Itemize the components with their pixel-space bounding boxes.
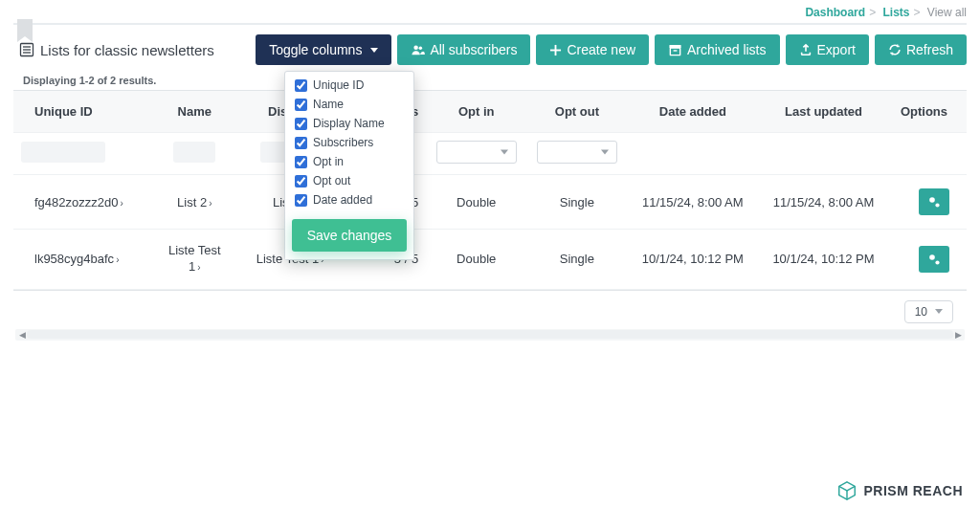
table-row[interactable]: lk958cyg4bafc› Liste Test 1› Liste Test … (13, 230, 967, 290)
svg-point-4 (414, 45, 419, 50)
cell-uid: fg482zozzz2d0› (13, 175, 154, 230)
plus-icon (549, 44, 562, 56)
toolbar: Toggle columns All subscribers Create ne… (256, 34, 967, 65)
save-changes-button[interactable]: Save changes (292, 219, 408, 252)
toggle-col-opt-in[interactable]: Opt in (285, 152, 413, 171)
prism-icon (836, 480, 858, 501)
col-name[interactable]: Name (154, 91, 234, 133)
archive-icon (668, 43, 682, 57)
col-date-added[interactable]: Date added (627, 91, 758, 133)
col-unique-id[interactable]: Unique ID (13, 91, 154, 133)
page-title: Lists for classic newsletters (19, 42, 214, 58)
archived-lists-button[interactable]: Archived lists (655, 34, 779, 65)
create-new-button[interactable]: Create new (536, 34, 649, 65)
toggle-col-date-added[interactable]: Date added (285, 190, 413, 209)
page-size-select[interactable]: 10 (904, 300, 953, 323)
lists-table: Unique ID Name Display pers Opt in Opt o… (13, 90, 967, 291)
table-row[interactable]: fg482zozzz2d0› List 2› List 2› 5 / 5 Dou… (13, 175, 967, 230)
breadcrumb-lists[interactable]: Lists (882, 6, 909, 19)
cell-opt-out: Single (526, 230, 627, 290)
users-icon (411, 43, 425, 57)
svg-point-13 (929, 254, 935, 260)
svg-point-12 (935, 203, 939, 207)
filter-opt-out-select[interactable] (537, 141, 617, 164)
toggle-col-display-name[interactable]: Display Name (285, 114, 413, 133)
list-icon (19, 42, 34, 57)
toggle-col-subscribers[interactable]: Subscribers (285, 133, 413, 152)
cell-date-added: 11/15/24, 8:00 AM (627, 175, 758, 230)
col-opt-in[interactable]: Opt in (426, 91, 526, 133)
refresh-button[interactable]: Refresh (875, 34, 967, 65)
filter-opt-in-select[interactable] (436, 141, 517, 164)
svg-point-5 (419, 46, 423, 50)
cell-uid: lk958cyg4bafc› (13, 230, 154, 290)
col-opt-out[interactable]: Opt out (526, 91, 627, 133)
cell-name: Liste Test 1› (154, 230, 234, 290)
caret-down-icon (370, 48, 378, 53)
col-last-updated[interactable]: Last updated (758, 91, 889, 133)
export-icon (799, 43, 813, 56)
cell-opt-out: Single (526, 175, 627, 230)
row-action-button[interactable] (919, 188, 949, 215)
toggle-columns-button[interactable]: Toggle columns (256, 34, 391, 65)
brand-logo: PRISM REACH (836, 480, 963, 501)
refresh-icon (888, 43, 902, 56)
cell-name: List 2› (154, 175, 234, 230)
breadcrumb-dashboard[interactable]: Dashboard (805, 6, 865, 19)
filter-name[interactable] (173, 142, 215, 163)
col-options: Options (889, 91, 967, 133)
toggle-columns-dropdown: Unique ID Name Display Name Subscribers … (284, 71, 414, 260)
all-subscribers-button[interactable]: All subscribers (397, 34, 530, 65)
svg-point-11 (929, 197, 935, 203)
toggle-col-name[interactable]: Name (285, 95, 413, 114)
toggle-col-unique-id[interactable]: Unique ID (285, 76, 413, 95)
row-action-button[interactable] (919, 246, 949, 273)
svg-rect-9 (670, 48, 679, 55)
filter-unique-id[interactable] (21, 142, 105, 163)
breadcrumb-current: View all (927, 6, 967, 19)
export-button[interactable]: Export (786, 34, 869, 65)
svg-point-14 (935, 260, 939, 264)
cell-date-added: 10/1/24, 10:12 PM (627, 230, 758, 290)
cell-opt-in: Double (426, 230, 526, 290)
filter-row (13, 133, 967, 175)
cell-opt-in: Double (426, 175, 526, 230)
breadcrumb: Dashboard> Lists> View all (13, 4, 967, 23)
cell-last-updated: 10/1/24, 10:12 PM (758, 230, 889, 290)
toggle-col-opt-out[interactable]: Opt out (285, 171, 413, 190)
horizontal-scrollbar[interactable]: ◀▶ (15, 329, 965, 341)
result-count: Displaying 1-2 of 2 results. (23, 75, 967, 86)
cell-last-updated: 11/15/24, 8:00 AM (758, 175, 889, 230)
